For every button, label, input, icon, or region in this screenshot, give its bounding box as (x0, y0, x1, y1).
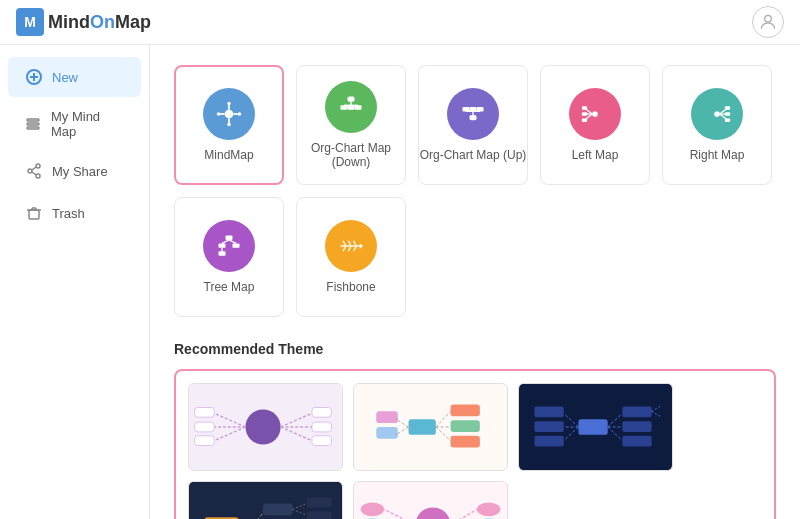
logo-mind: Mind (48, 12, 90, 33)
svg-rect-110 (534, 436, 563, 447)
svg-rect-76 (195, 422, 215, 432)
svg-rect-56 (233, 243, 240, 247)
svg-point-68 (245, 409, 280, 444)
svg-rect-96 (578, 419, 607, 435)
orgup-label: Org-Chart Map (Up) (420, 148, 527, 162)
svg-rect-45 (714, 111, 719, 116)
svg-rect-43 (582, 112, 587, 116)
leftmap-label: Left Map (572, 148, 619, 162)
treemap-label: Tree Map (204, 280, 255, 294)
sidebar-item-new[interactable]: New (8, 57, 141, 97)
svg-rect-29 (341, 105, 348, 109)
svg-rect-79 (312, 422, 332, 432)
trash-icon (24, 203, 44, 223)
svg-point-25 (238, 112, 242, 116)
svg-rect-91 (376, 411, 398, 423)
svg-rect-78 (312, 407, 332, 417)
mindmap-label: MindMap (204, 148, 253, 162)
svg-line-63 (348, 246, 351, 251)
sidebar-myshare-label: My Share (52, 164, 108, 179)
svg-point-7 (36, 164, 40, 168)
recommended-theme-title: Recommended Theme (174, 341, 776, 357)
rightmap-label: Right Map (690, 148, 745, 162)
map-card-leftmap[interactable]: Left Map (540, 65, 650, 185)
theme-card-3[interactable] (518, 383, 673, 471)
svg-rect-58 (219, 251, 226, 255)
svg-point-24 (217, 112, 221, 116)
svg-rect-113 (263, 504, 292, 516)
sidebar-item-mymindmap[interactable]: My Mind Map (8, 99, 141, 149)
svg-rect-26 (348, 97, 355, 102)
treemap-icon (203, 220, 255, 272)
svg-rect-30 (348, 105, 355, 109)
mindmap-icon (203, 88, 255, 140)
svg-rect-49 (725, 106, 730, 110)
svg-rect-109 (534, 421, 563, 432)
svg-line-62 (348, 241, 351, 246)
svg-line-60 (343, 241, 346, 246)
fishbone-label: Fishbone (326, 280, 375, 294)
svg-line-64 (354, 241, 357, 246)
orgdown-label: Org-Chart Map (Down) (297, 141, 405, 169)
user-avatar[interactable] (752, 6, 784, 38)
svg-rect-37 (470, 115, 477, 120)
sidebar-item-trash[interactable]: Trash (8, 193, 141, 233)
svg-rect-51 (725, 118, 730, 122)
svg-line-10 (32, 167, 36, 170)
orgdown-icon (325, 81, 377, 133)
svg-rect-86 (451, 405, 480, 417)
map-type-grid: MindMap Org-Chart Map (Down) (174, 65, 776, 317)
svg-rect-87 (451, 420, 480, 432)
svg-rect-80 (312, 436, 332, 446)
plus-icon (24, 67, 44, 87)
svg-rect-92 (376, 427, 398, 439)
svg-point-0 (765, 15, 772, 22)
sidebar-trash-label: Trash (52, 206, 85, 221)
svg-rect-122 (307, 513, 331, 519)
svg-point-17 (225, 110, 234, 119)
logo-map: Map (115, 12, 151, 33)
theme-card-2[interactable] (353, 383, 508, 471)
svg-rect-50 (725, 112, 730, 116)
theme-grid (174, 369, 776, 519)
share-icon (24, 161, 44, 181)
map-card-orgdown[interactable]: Org-Chart Map (Down) (296, 65, 406, 185)
theme-card-4[interactable] (188, 481, 343, 519)
svg-rect-42 (582, 106, 587, 110)
svg-rect-4 (27, 119, 39, 121)
svg-line-61 (343, 246, 346, 251)
main-layout: New My Mind Map (0, 45, 800, 519)
logo-icon: M (16, 8, 44, 36)
svg-rect-38 (592, 111, 597, 116)
svg-point-8 (28, 169, 32, 173)
svg-rect-77 (195, 436, 215, 446)
svg-point-135 (477, 503, 500, 517)
sidebar-mymindmap-label: My Mind Map (51, 109, 125, 139)
svg-rect-101 (622, 421, 651, 432)
map-card-rightmap[interactable]: Right Map (662, 65, 772, 185)
svg-rect-88 (451, 436, 480, 448)
svg-line-53 (222, 240, 229, 244)
svg-rect-75 (195, 407, 215, 417)
map-card-mindmap[interactable]: MindMap (174, 65, 284, 185)
svg-rect-52 (226, 236, 233, 240)
map-card-treemap[interactable]: Tree Map (174, 197, 284, 317)
svg-point-23 (227, 123, 231, 127)
svg-rect-44 (582, 118, 587, 122)
svg-line-54 (229, 240, 236, 244)
sidebar-new-label: New (52, 70, 78, 85)
list-icon (24, 114, 43, 134)
svg-rect-5 (27, 123, 39, 125)
content-area: MindMap Org-Chart Map (Down) (150, 45, 800, 519)
svg-rect-6 (27, 127, 39, 129)
rightmap-icon (691, 88, 743, 140)
header: M MindOnMap (0, 0, 800, 45)
map-card-fishbone[interactable]: Fishbone (296, 197, 406, 317)
sidebar-item-myshare[interactable]: My Share (8, 151, 141, 191)
theme-card-1[interactable] (188, 383, 343, 471)
map-card-orgup[interactable]: Org-Chart Map (Up) (418, 65, 528, 185)
svg-rect-102 (622, 436, 651, 447)
svg-marker-66 (360, 243, 364, 248)
svg-point-132 (361, 503, 384, 517)
theme-card-5[interactable] (353, 481, 508, 519)
